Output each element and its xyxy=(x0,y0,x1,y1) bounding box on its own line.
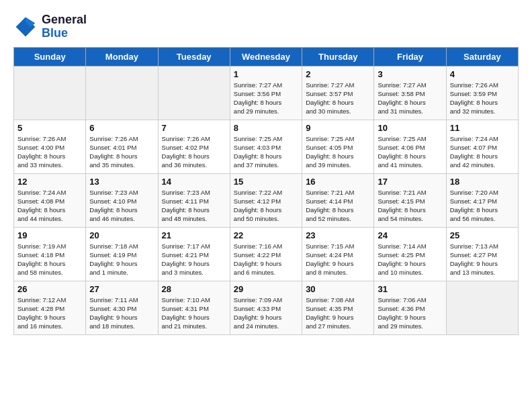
day-info: Sunrise: 7:25 AM Sunset: 4:03 PM Dayligh… xyxy=(234,134,298,170)
logo: General Blue xyxy=(13,13,87,40)
calendar-table: SundayMondayTuesdayWednesdayThursdayFrid… xyxy=(13,47,519,335)
day-info: Sunrise: 7:21 AM Sunset: 4:14 PM Dayligh… xyxy=(306,188,370,224)
day-number: 16 xyxy=(306,177,370,187)
calendar-cell: 27Sunrise: 7:11 AM Sunset: 4:30 PM Dayli… xyxy=(86,281,158,334)
day-info: Sunrise: 7:23 AM Sunset: 4:11 PM Dayligh… xyxy=(162,188,226,224)
calendar-cell xyxy=(446,281,518,334)
calendar-cell: 6Sunrise: 7:26 AM Sunset: 4:01 PM Daylig… xyxy=(86,120,158,173)
day-info: Sunrise: 7:22 AM Sunset: 4:12 PM Dayligh… xyxy=(234,188,298,224)
day-number: 8 xyxy=(234,123,298,133)
calendar-cell: 22Sunrise: 7:16 AM Sunset: 4:22 PM Dayli… xyxy=(230,227,302,281)
calendar-cell: 16Sunrise: 7:21 AM Sunset: 4:14 PM Dayli… xyxy=(302,173,374,227)
day-info: Sunrise: 7:20 AM Sunset: 4:17 PM Dayligh… xyxy=(450,188,515,224)
day-number: 27 xyxy=(89,284,154,294)
calendar-cell: 3Sunrise: 7:27 AM Sunset: 3:58 PM Daylig… xyxy=(374,66,446,120)
logo-icon xyxy=(13,15,38,39)
day-number: 26 xyxy=(17,284,82,294)
day-info: Sunrise: 7:26 AM Sunset: 4:00 PM Dayligh… xyxy=(17,134,82,170)
day-number: 20 xyxy=(89,230,154,240)
day-info: Sunrise: 7:06 AM Sunset: 4:36 PM Dayligh… xyxy=(378,295,442,331)
calendar-cell: 24Sunrise: 7:14 AM Sunset: 4:25 PM Dayli… xyxy=(374,227,446,281)
day-number: 14 xyxy=(162,177,226,187)
calendar-cell: 12Sunrise: 7:24 AM Sunset: 4:08 PM Dayli… xyxy=(14,173,86,227)
day-number: 31 xyxy=(378,284,442,294)
day-number: 23 xyxy=(306,230,370,240)
day-number: 18 xyxy=(450,177,515,187)
weekday-header: Monday xyxy=(86,47,158,66)
day-number: 25 xyxy=(450,230,515,240)
day-number: 11 xyxy=(450,123,515,133)
weekday-header: Tuesday xyxy=(158,47,230,66)
calendar-cell: 28Sunrise: 7:10 AM Sunset: 4:31 PM Dayli… xyxy=(158,281,230,334)
day-info: Sunrise: 7:23 AM Sunset: 4:10 PM Dayligh… xyxy=(89,188,154,224)
logo-text: General Blue xyxy=(42,13,87,40)
calendar-cell: 17Sunrise: 7:21 AM Sunset: 4:15 PM Dayli… xyxy=(374,173,446,227)
calendar-cell xyxy=(158,66,230,120)
day-info: Sunrise: 7:26 AM Sunset: 3:59 PM Dayligh… xyxy=(450,81,515,116)
calendar-cell: 19Sunrise: 7:19 AM Sunset: 4:18 PM Dayli… xyxy=(14,227,86,281)
day-info: Sunrise: 7:27 AM Sunset: 3:56 PM Dayligh… xyxy=(234,81,298,116)
day-number: 21 xyxy=(162,230,226,240)
calendar-cell: 20Sunrise: 7:18 AM Sunset: 4:19 PM Dayli… xyxy=(86,227,158,281)
day-info: Sunrise: 7:27 AM Sunset: 3:57 PM Dayligh… xyxy=(306,81,370,116)
day-number: 19 xyxy=(17,230,82,240)
day-number: 9 xyxy=(306,123,370,133)
day-info: Sunrise: 7:21 AM Sunset: 4:15 PM Dayligh… xyxy=(378,188,442,224)
page-header: General Blue xyxy=(13,13,519,40)
day-number: 3 xyxy=(378,69,442,79)
calendar-week-row: 19Sunrise: 7:19 AM Sunset: 4:18 PM Dayli… xyxy=(14,227,519,281)
day-info: Sunrise: 7:25 AM Sunset: 4:06 PM Dayligh… xyxy=(378,134,442,170)
calendar-cell: 4Sunrise: 7:26 AM Sunset: 3:59 PM Daylig… xyxy=(446,66,518,120)
weekday-header: Thursday xyxy=(302,47,374,66)
calendar-cell: 1Sunrise: 7:27 AM Sunset: 3:56 PM Daylig… xyxy=(230,66,302,120)
day-number: 30 xyxy=(306,284,370,294)
day-info: Sunrise: 7:18 AM Sunset: 4:19 PM Dayligh… xyxy=(89,242,154,277)
calendar-week-row: 5Sunrise: 7:26 AM Sunset: 4:00 PM Daylig… xyxy=(14,120,519,173)
weekday-header-row: SundayMondayTuesdayWednesdayThursdayFrid… xyxy=(14,47,519,66)
day-info: Sunrise: 7:16 AM Sunset: 4:22 PM Dayligh… xyxy=(234,242,298,277)
day-number: 22 xyxy=(234,230,298,240)
day-info: Sunrise: 7:11 AM Sunset: 4:30 PM Dayligh… xyxy=(89,295,154,331)
day-number: 10 xyxy=(378,123,442,133)
calendar-cell: 2Sunrise: 7:27 AM Sunset: 3:57 PM Daylig… xyxy=(302,66,374,120)
weekday-header: Saturday xyxy=(446,47,518,66)
day-number: 7 xyxy=(162,123,226,133)
calendar-cell: 21Sunrise: 7:17 AM Sunset: 4:21 PM Dayli… xyxy=(158,227,230,281)
calendar-cell: 11Sunrise: 7:24 AM Sunset: 4:07 PM Dayli… xyxy=(446,120,518,173)
day-number: 5 xyxy=(17,123,82,133)
calendar-week-row: 1Sunrise: 7:27 AM Sunset: 3:56 PM Daylig… xyxy=(14,66,519,120)
day-info: Sunrise: 7:15 AM Sunset: 4:24 PM Dayligh… xyxy=(306,242,370,277)
day-info: Sunrise: 7:24 AM Sunset: 4:07 PM Dayligh… xyxy=(450,134,515,170)
calendar-cell: 10Sunrise: 7:25 AM Sunset: 4:06 PM Dayli… xyxy=(374,120,446,173)
calendar-cell xyxy=(86,66,158,120)
day-number: 15 xyxy=(234,177,298,187)
calendar-cell: 9Sunrise: 7:25 AM Sunset: 4:05 PM Daylig… xyxy=(302,120,374,173)
day-info: Sunrise: 7:10 AM Sunset: 4:31 PM Dayligh… xyxy=(162,295,226,331)
calendar-cell: 25Sunrise: 7:13 AM Sunset: 4:27 PM Dayli… xyxy=(446,227,518,281)
calendar-cell: 26Sunrise: 7:12 AM Sunset: 4:28 PM Dayli… xyxy=(14,281,86,334)
calendar-cell: 15Sunrise: 7:22 AM Sunset: 4:12 PM Dayli… xyxy=(230,173,302,227)
weekday-header: Sunday xyxy=(14,47,86,66)
weekday-header: Wednesday xyxy=(230,47,302,66)
day-number: 2 xyxy=(306,69,370,79)
day-number: 17 xyxy=(378,177,442,187)
calendar-cell: 18Sunrise: 7:20 AM Sunset: 4:17 PM Dayli… xyxy=(446,173,518,227)
calendar-cell: 8Sunrise: 7:25 AM Sunset: 4:03 PM Daylig… xyxy=(230,120,302,173)
day-info: Sunrise: 7:13 AM Sunset: 4:27 PM Dayligh… xyxy=(450,242,515,277)
day-info: Sunrise: 7:26 AM Sunset: 4:02 PM Dayligh… xyxy=(162,134,226,170)
calendar-cell: 7Sunrise: 7:26 AM Sunset: 4:02 PM Daylig… xyxy=(158,120,230,173)
calendar-cell: 5Sunrise: 7:26 AM Sunset: 4:00 PM Daylig… xyxy=(14,120,86,173)
day-number: 12 xyxy=(17,177,82,187)
calendar-cell: 14Sunrise: 7:23 AM Sunset: 4:11 PM Dayli… xyxy=(158,173,230,227)
calendar-cell: 29Sunrise: 7:09 AM Sunset: 4:33 PM Dayli… xyxy=(230,281,302,334)
day-number: 24 xyxy=(378,230,442,240)
calendar-cell: 30Sunrise: 7:08 AM Sunset: 4:35 PM Dayli… xyxy=(302,281,374,334)
day-info: Sunrise: 7:09 AM Sunset: 4:33 PM Dayligh… xyxy=(234,295,298,331)
day-info: Sunrise: 7:14 AM Sunset: 4:25 PM Dayligh… xyxy=(378,242,442,277)
day-info: Sunrise: 7:12 AM Sunset: 4:28 PM Dayligh… xyxy=(17,295,82,331)
day-info: Sunrise: 7:27 AM Sunset: 3:58 PM Dayligh… xyxy=(378,81,442,116)
day-number: 6 xyxy=(89,123,154,133)
day-number: 29 xyxy=(234,284,298,294)
weekday-header: Friday xyxy=(374,47,446,66)
day-number: 4 xyxy=(450,69,515,79)
